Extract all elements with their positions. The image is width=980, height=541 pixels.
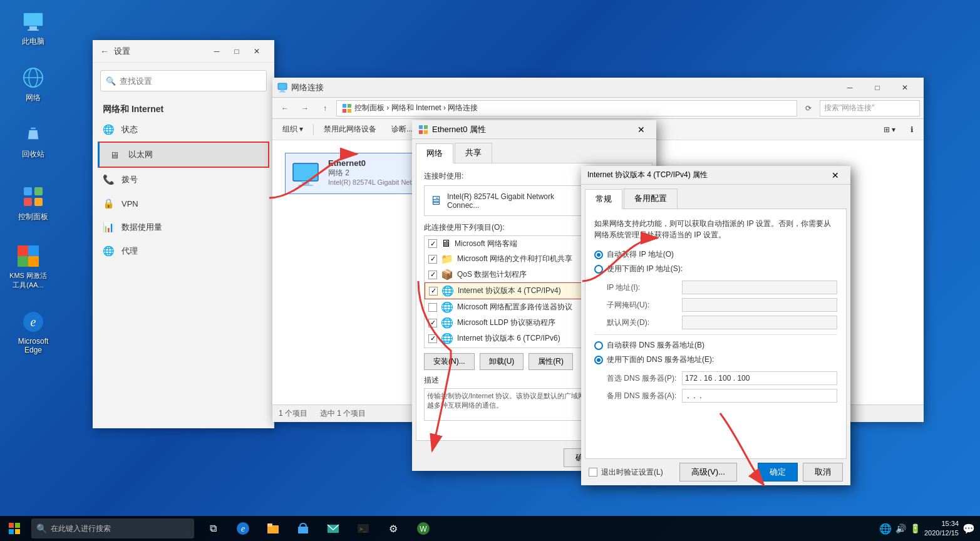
taskbar-time-display: 15:34	[924, 519, 959, 528]
auto-dns-row[interactable]: 自动获得 DNS 服务器地址(B)	[594, 340, 837, 351]
nc-organize-button[interactable]: 组织 ▾	[277, 122, 308, 137]
ipv4-ok-button[interactable]: 确定	[758, 463, 798, 482]
epd-properties-button[interactable]: 属性(R)	[529, 353, 573, 370]
ipv4-close-button[interactable]: ✕	[827, 167, 844, 183]
nc-search-box[interactable]: 搜索"网络连接"	[820, 100, 920, 116]
close-button[interactable]: ✕	[247, 42, 267, 61]
item-icon-3: 🌐	[441, 285, 454, 297]
ipv4-tab-general[interactable]: 常规	[585, 189, 622, 209]
desktop-icon-network[interactable]: 网络	[11, 63, 55, 106]
explorer-taskbar-button[interactable]	[259, 516, 287, 541]
nc-disable-button[interactable]: 禁用此网络设备	[319, 122, 381, 137]
nav-data-usage[interactable]: 📊 数据使用量	[93, 215, 274, 239]
subnet-input[interactable]	[682, 298, 837, 312]
nc-view-button[interactable]: ⊞ ▾	[879, 123, 900, 136]
desktop-icon-computer[interactable]: 此电脑	[11, 6, 55, 49]
ipv4-advanced-button[interactable]: 高级(V)...	[679, 463, 737, 482]
desktop-icon-kms[interactable]: KMS 网激活工具(AA...	[6, 241, 50, 292]
primary-dns-input[interactable]	[682, 371, 837, 385]
store-taskbar-button[interactable]	[289, 516, 317, 541]
auto-ip-row[interactable]: 自动获得 IP 地址(O)	[594, 249, 837, 260]
epd-install-button[interactable]: 安装(N)...	[424, 353, 475, 370]
dialup-icon: 📞	[103, 174, 115, 185]
epd-title: Ethernet0 属性	[432, 124, 486, 135]
checkbox-6[interactable]: ✓	[428, 334, 437, 343]
edge-taskbar-button[interactable]: e	[229, 516, 257, 541]
svg-rect-16	[278, 83, 287, 90]
ipv4-cancel-button[interactable]: 取消	[803, 463, 843, 482]
ip-address-input[interactable]	[682, 281, 837, 294]
manual-dns-radio[interactable]	[594, 356, 603, 364]
auto-dns-radio[interactable]	[594, 341, 603, 350]
notification-button[interactable]: 💬	[962, 523, 975, 535]
nc-info-button[interactable]: ℹ	[905, 123, 919, 136]
nc-up-button[interactable]: ↑	[316, 100, 334, 116]
desktop-icon-label: 网络	[26, 93, 41, 103]
ipv4-dns-radio-group: 自动获得 DNS 服务器地址(B) 使用下面的 DNS 服务器地址(E):	[594, 340, 837, 365]
nc-forward-button[interactable]: →	[296, 100, 314, 116]
item-label-0: Microsoft 网络客端	[455, 239, 517, 249]
taskbar-volume-icon[interactable]: 🔊	[895, 523, 906, 533]
svg-rect-6	[24, 187, 32, 195]
checkbox-5[interactable]: ✓	[428, 319, 437, 327]
item-label-1: Microsoft 网络的文件和打印机共享	[457, 254, 572, 264]
checkbox-1[interactable]: ✓	[428, 255, 437, 264]
nav-dialup[interactable]: 📞 拨号	[93, 168, 274, 192]
desktop-icon-controlpanel[interactable]: 控制面板	[11, 182, 55, 225]
nc-refresh-button[interactable]: ⟳	[800, 100, 817, 116]
weixin-taskbar-button[interactable]: W	[410, 516, 437, 541]
nc-breadcrumb[interactable]: 控制面板 › 网络和 Internet › 网络连接	[336, 100, 797, 116]
desktop-icon-recycle[interactable]: 回收站	[11, 119, 55, 162]
nc-close-button[interactable]: ✕	[891, 78, 919, 97]
maximize-button[interactable]: □	[227, 42, 247, 61]
gateway-input[interactable]	[682, 316, 837, 329]
nav-status[interactable]: 🌐 状态	[93, 118, 274, 142]
nc-back-button[interactable]: ←	[276, 100, 294, 116]
minimize-button[interactable]: ─	[207, 42, 227, 61]
epd-uninstall-button[interactable]: 卸载(U)	[480, 353, 524, 370]
exit-validate-checkbox[interactable]	[589, 468, 597, 477]
settings-search-input[interactable]	[120, 76, 261, 86]
ipv4-titlebar: Internet 协议版本 4 (TCP/IPv4) 属性 ✕	[581, 166, 850, 185]
secondary-dns-input[interactable]	[682, 389, 837, 403]
svg-rect-25	[298, 185, 313, 186]
terminal-taskbar-button[interactable]: >_	[349, 516, 377, 541]
taskview-button[interactable]: ⧉	[199, 516, 227, 541]
epd-titlebar: Ethernet0 属性 ✕	[412, 120, 656, 139]
auto-ip-radio[interactable]	[594, 250, 603, 259]
manual-ip-label: 使用下面的 IP 地址(S):	[607, 264, 683, 274]
checkbox-0[interactable]: ✓	[428, 239, 437, 248]
nc-items-count: 1 个项目	[279, 408, 307, 419]
manual-ip-radio[interactable]	[594, 265, 603, 274]
start-button[interactable]	[0, 516, 29, 541]
checkbox-4[interactable]	[428, 303, 437, 312]
nav-vpn[interactable]: 🔒 VPN	[93, 192, 274, 215]
taskbar-clock[interactable]: 15:34 2020/12/15	[924, 519, 959, 538]
desktop-icon-edge[interactable]: e Microsoft Edge	[11, 307, 55, 357]
epd-close-button[interactable]: ✕	[632, 121, 650, 138]
nc-maximize-button[interactable]: □	[864, 78, 891, 97]
ipv4-tab-alternate[interactable]: 备用配置	[624, 188, 678, 209]
svg-rect-1	[29, 26, 37, 29]
adapter-icon: 🖥	[430, 193, 442, 208]
nav-ethernet[interactable]: 🖥 以太网	[98, 142, 269, 168]
taskbar-network-icon[interactable]: 🌐	[879, 523, 892, 535]
epd-tab-network[interactable]: 网络	[416, 143, 453, 163]
checkbox-2[interactable]: ✓	[428, 270, 437, 279]
settings-window-controls: ─ □ ✕	[207, 42, 267, 61]
settings-search-box[interactable]: 🔍	[100, 70, 267, 91]
item-icon-0: 🖥	[441, 238, 451, 249]
nc-minimize-button[interactable]: ─	[836, 78, 864, 97]
manual-dns-row[interactable]: 使用下面的 DNS 服务器地址(E):	[594, 354, 837, 365]
settings-taskbar-button[interactable]: ⚙	[379, 516, 407, 541]
taskbar-battery-icon[interactable]: 🔋	[910, 523, 921, 533]
auto-ip-label: 自动获得 IP 地址(O)	[607, 249, 674, 260]
nav-proxy[interactable]: 🌐 代理	[93, 239, 274, 263]
checkbox-3[interactable]: ✓	[429, 287, 438, 296]
settings-back-button[interactable]: ←	[100, 46, 109, 56]
taskbar-search[interactable]: 🔍 在此键入进行搜索	[31, 518, 194, 538]
epd-tab-sharing[interactable]: 共享	[455, 143, 492, 163]
manual-ip-row[interactable]: 使用下面的 IP 地址(S):	[594, 264, 837, 274]
primary-dns-label: 首选 DNS 服务器(P):	[607, 373, 682, 384]
mail-taskbar-button[interactable]	[319, 516, 347, 541]
